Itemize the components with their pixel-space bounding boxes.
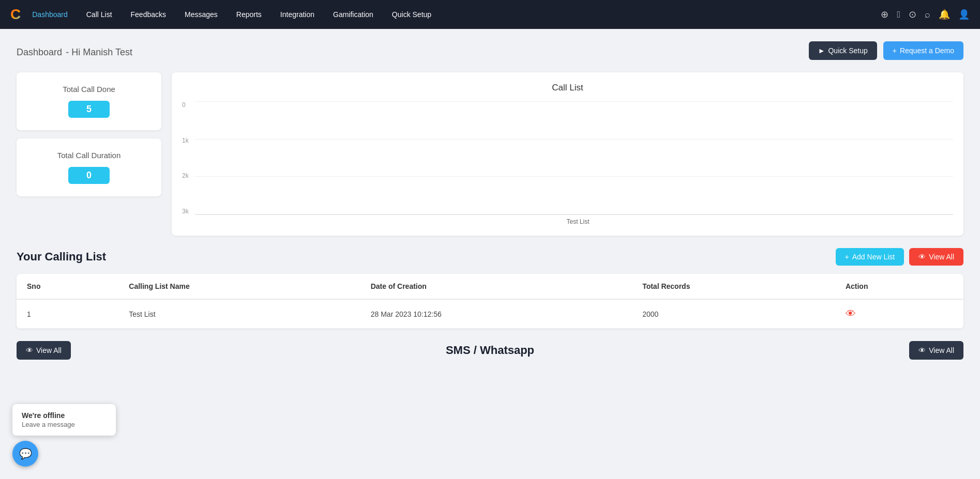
- col-action: Action: [835, 274, 963, 299]
- bell-icon[interactable]: 🔔: [939, 9, 950, 20]
- chart-gridlines: [195, 101, 953, 214]
- view-action-icon[interactable]: 👁: [846, 308, 856, 319]
- nav-dashboard[interactable]: Dashboard: [25, 6, 75, 23]
- nav-quicksetup[interactable]: Quick Setup: [385, 6, 439, 23]
- page-title: Dashboard - Hi Manish Test: [17, 43, 132, 59]
- chart-x-labels: Test List: [182, 218, 953, 225]
- add-new-list-button[interactable]: + Add New List: [836, 248, 904, 266]
- col-records: Total Records: [632, 274, 835, 299]
- total-call-duration-label: Total Call Duration: [29, 151, 149, 160]
- nav-gamification[interactable]: Gamification: [326, 6, 381, 23]
- send-icon: ►: [818, 47, 825, 55]
- quick-setup-button[interactable]: ► Quick Setup: [809, 41, 877, 60]
- row-action[interactable]: 👁: [835, 299, 963, 329]
- android-icon[interactable]: ⊕: [881, 9, 888, 20]
- gridline-4: [195, 214, 953, 214]
- calling-list-table: Sno Calling List Name Date of Creation T…: [17, 274, 963, 329]
- col-sno: Sno: [17, 274, 118, 299]
- row-sno: 1: [17, 299, 118, 329]
- header-buttons: ► Quick Setup + Request a Demo: [809, 41, 963, 60]
- navbar-logo: C: [10, 6, 21, 23]
- top-section: Total Call Done 5 Total Call Duration 0 …: [17, 72, 963, 236]
- total-call-duration-card: Total Call Duration 0: [17, 138, 161, 196]
- sms-section-title: SMS / Whatsapp: [446, 344, 534, 357]
- calling-list-table-card: Sno Calling List Name Date of Creation T…: [17, 274, 963, 329]
- user-icon[interactable]: 👤: [958, 9, 970, 20]
- title-subtitle: - Hi Manish Test: [66, 47, 132, 57]
- chart-card: Call List 3k 2k 1k 0: [172, 72, 963, 236]
- gridline-3: [195, 176, 953, 177]
- plus-icon: +: [845, 253, 849, 261]
- page-content: Dashboard - Hi Manish Test ► Quick Setup…: [0, 29, 980, 384]
- y-label-1k: 1k: [182, 137, 189, 144]
- nav-feedbacks[interactable]: Feedbacks: [124, 6, 173, 23]
- col-date: Date of Creation: [360, 274, 632, 299]
- total-call-duration-value: 0: [68, 167, 110, 184]
- apple-icon[interactable]: : [897, 9, 900, 20]
- navbar-icons: ⊕  ⊙ ⌕ 🔔 👤: [881, 9, 970, 20]
- x-label-testlist: Test List: [566, 218, 589, 225]
- search-icon[interactable]: ⌕: [925, 9, 930, 20]
- navbar: C Dashboard Call List Feedbacks Messages…: [0, 0, 980, 29]
- stats-column: Total Call Done 5 Total Call Duration 0: [17, 72, 161, 236]
- table-header: Sno Calling List Name Date of Creation T…: [17, 274, 963, 299]
- y-label-3k: 3k: [182, 208, 189, 215]
- bottom-row: 👁 View All SMS / Whatsapp 👁 View All: [17, 341, 963, 372]
- eye-icon-2: 👁: [26, 346, 33, 354]
- total-call-done-value: 5: [68, 101, 110, 118]
- plus-icon: +: [893, 47, 897, 55]
- row-name: Test List: [118, 299, 360, 329]
- calling-list-header: Your Calling List + Add New List 👁 View …: [17, 248, 963, 266]
- calling-list-title: Your Calling List: [17, 250, 106, 264]
- add-new-label: Add New List: [852, 253, 895, 261]
- total-call-done-card: Total Call Done 5: [17, 72, 161, 130]
- y-label-0: 0: [182, 101, 189, 109]
- nav-reports[interactable]: Reports: [229, 6, 269, 23]
- chart-plot: [195, 101, 953, 215]
- gridline-2: [195, 139, 953, 140]
- view-all-calling-label: View All: [36, 346, 62, 354]
- nav-messages[interactable]: Messages: [177, 6, 225, 23]
- chart-area: 3k 2k 1k 0: [182, 101, 953, 215]
- chart-title: Call List: [182, 83, 953, 93]
- chart-y-labels: 3k 2k 1k 0: [182, 101, 195, 215]
- view-all-button[interactable]: 👁 View All: [909, 248, 963, 266]
- title-text: Dashboard: [17, 47, 62, 57]
- col-name: Calling List Name: [118, 274, 360, 299]
- y-label-2k: 2k: [182, 172, 189, 179]
- row-date: 28 Mar 2023 10:12:56: [360, 299, 632, 329]
- support-icon[interactable]: ⊙: [909, 9, 916, 20]
- eye-icon-3: 👁: [918, 346, 926, 354]
- view-all-label: View All: [929, 253, 954, 261]
- view-all-sms-button[interactable]: 👁 View All: [909, 341, 963, 360]
- table-body: 1 Test List 28 Mar 2023 10:12:56 2000 👁: [17, 299, 963, 329]
- nav-integration[interactable]: Integration: [273, 6, 322, 23]
- page-header: Dashboard - Hi Manish Test ► Quick Setup…: [17, 41, 963, 60]
- quick-setup-label: Quick Setup: [828, 47, 867, 55]
- row-records: 2000: [632, 299, 835, 329]
- view-all-sms-label: View All: [929, 346, 954, 354]
- request-demo-button[interactable]: + Request a Demo: [883, 41, 963, 60]
- view-all-calling-button[interactable]: 👁 View All: [17, 341, 71, 360]
- calling-list-buttons: + Add New List 👁 View All: [836, 248, 963, 266]
- request-demo-label: Request a Demo: [900, 47, 954, 55]
- table-row: 1 Test List 28 Mar 2023 10:12:56 2000 👁: [17, 299, 963, 329]
- gridline-1: [195, 101, 953, 102]
- nav-calllist[interactable]: Call List: [79, 6, 119, 23]
- eye-icon: 👁: [918, 253, 926, 261]
- total-call-done-label: Total Call Done: [29, 85, 149, 94]
